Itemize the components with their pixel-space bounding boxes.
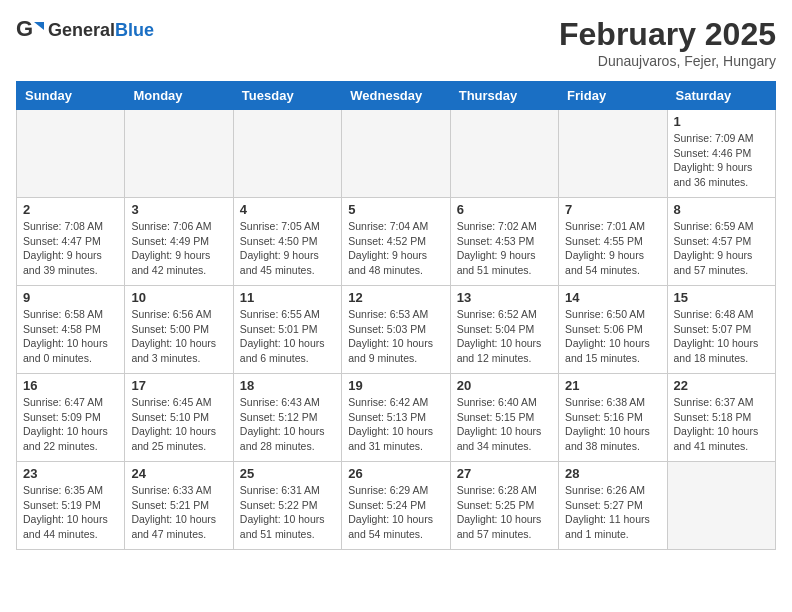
svg-marker-1 <box>34 22 44 30</box>
day-info: Sunrise: 6:37 AM Sunset: 5:18 PM Dayligh… <box>674 395 769 454</box>
day-number: 7 <box>565 202 660 217</box>
day-number: 25 <box>240 466 335 481</box>
calendar-cell: 11Sunrise: 6:55 AM Sunset: 5:01 PM Dayli… <box>233 286 341 374</box>
calendar-cell: 19Sunrise: 6:42 AM Sunset: 5:13 PM Dayli… <box>342 374 450 462</box>
svg-text:G: G <box>16 16 33 41</box>
calendar-cell: 8Sunrise: 6:59 AM Sunset: 4:57 PM Daylig… <box>667 198 775 286</box>
weekday-header-saturday: Saturday <box>667 82 775 110</box>
day-number: 27 <box>457 466 552 481</box>
logo-icon: G <box>16 16 44 44</box>
calendar-cell <box>559 110 667 198</box>
day-number: 19 <box>348 378 443 393</box>
day-number: 18 <box>240 378 335 393</box>
calendar-cell <box>450 110 558 198</box>
day-info: Sunrise: 6:38 AM Sunset: 5:16 PM Dayligh… <box>565 395 660 454</box>
day-info: Sunrise: 6:35 AM Sunset: 5:19 PM Dayligh… <box>23 483 118 542</box>
day-number: 1 <box>674 114 769 129</box>
calendar-cell: 14Sunrise: 6:50 AM Sunset: 5:06 PM Dayli… <box>559 286 667 374</box>
day-info: Sunrise: 7:08 AM Sunset: 4:47 PM Dayligh… <box>23 219 118 278</box>
calendar-cell <box>667 462 775 550</box>
calendar-cell: 13Sunrise: 6:52 AM Sunset: 5:04 PM Dayli… <box>450 286 558 374</box>
calendar-cell: 18Sunrise: 6:43 AM Sunset: 5:12 PM Dayli… <box>233 374 341 462</box>
day-info: Sunrise: 6:48 AM Sunset: 5:07 PM Dayligh… <box>674 307 769 366</box>
calendar-cell: 21Sunrise: 6:38 AM Sunset: 5:16 PM Dayli… <box>559 374 667 462</box>
day-info: Sunrise: 6:50 AM Sunset: 5:06 PM Dayligh… <box>565 307 660 366</box>
calendar-cell: 9Sunrise: 6:58 AM Sunset: 4:58 PM Daylig… <box>17 286 125 374</box>
day-number: 10 <box>131 290 226 305</box>
day-number: 4 <box>240 202 335 217</box>
weekday-header-sunday: Sunday <box>17 82 125 110</box>
weekday-header-friday: Friday <box>559 82 667 110</box>
week-row-4: 23Sunrise: 6:35 AM Sunset: 5:19 PM Dayli… <box>17 462 776 550</box>
weekday-header-monday: Monday <box>125 82 233 110</box>
calendar-cell: 6Sunrise: 7:02 AM Sunset: 4:53 PM Daylig… <box>450 198 558 286</box>
day-number: 21 <box>565 378 660 393</box>
calendar-cell: 7Sunrise: 7:01 AM Sunset: 4:55 PM Daylig… <box>559 198 667 286</box>
day-info: Sunrise: 6:52 AM Sunset: 5:04 PM Dayligh… <box>457 307 552 366</box>
day-info: Sunrise: 6:56 AM Sunset: 5:00 PM Dayligh… <box>131 307 226 366</box>
day-number: 16 <box>23 378 118 393</box>
day-info: Sunrise: 6:53 AM Sunset: 5:03 PM Dayligh… <box>348 307 443 366</box>
calendar-cell: 3Sunrise: 7:06 AM Sunset: 4:49 PM Daylig… <box>125 198 233 286</box>
title-block: February 2025 Dunaujvaros, Fejer, Hungar… <box>559 16 776 69</box>
day-info: Sunrise: 6:55 AM Sunset: 5:01 PM Dayligh… <box>240 307 335 366</box>
weekday-header-wednesday: Wednesday <box>342 82 450 110</box>
day-number: 12 <box>348 290 443 305</box>
day-number: 3 <box>131 202 226 217</box>
calendar-cell: 24Sunrise: 6:33 AM Sunset: 5:21 PM Dayli… <box>125 462 233 550</box>
week-row-1: 2Sunrise: 7:08 AM Sunset: 4:47 PM Daylig… <box>17 198 776 286</box>
logo-blue: Blue <box>115 20 154 40</box>
day-info: Sunrise: 6:29 AM Sunset: 5:24 PM Dayligh… <box>348 483 443 542</box>
day-number: 20 <box>457 378 552 393</box>
weekday-header-thursday: Thursday <box>450 82 558 110</box>
day-number: 14 <box>565 290 660 305</box>
day-info: Sunrise: 6:59 AM Sunset: 4:57 PM Dayligh… <box>674 219 769 278</box>
day-info: Sunrise: 6:43 AM Sunset: 5:12 PM Dayligh… <box>240 395 335 454</box>
calendar-cell: 2Sunrise: 7:08 AM Sunset: 4:47 PM Daylig… <box>17 198 125 286</box>
calendar-cell: 25Sunrise: 6:31 AM Sunset: 5:22 PM Dayli… <box>233 462 341 550</box>
calendar-cell: 26Sunrise: 6:29 AM Sunset: 5:24 PM Dayli… <box>342 462 450 550</box>
day-number: 28 <box>565 466 660 481</box>
week-row-2: 9Sunrise: 6:58 AM Sunset: 4:58 PM Daylig… <box>17 286 776 374</box>
calendar-cell: 5Sunrise: 7:04 AM Sunset: 4:52 PM Daylig… <box>342 198 450 286</box>
day-number: 17 <box>131 378 226 393</box>
day-info: Sunrise: 7:01 AM Sunset: 4:55 PM Dayligh… <box>565 219 660 278</box>
day-number: 26 <box>348 466 443 481</box>
day-number: 9 <box>23 290 118 305</box>
day-info: Sunrise: 7:05 AM Sunset: 4:50 PM Dayligh… <box>240 219 335 278</box>
calendar-cell: 22Sunrise: 6:37 AM Sunset: 5:18 PM Dayli… <box>667 374 775 462</box>
page-header: G GeneralBlue February 2025 Dunaujvaros,… <box>16 16 776 69</box>
day-number: 2 <box>23 202 118 217</box>
day-number: 15 <box>674 290 769 305</box>
calendar-cell: 23Sunrise: 6:35 AM Sunset: 5:19 PM Dayli… <box>17 462 125 550</box>
calendar-cell: 17Sunrise: 6:45 AM Sunset: 5:10 PM Dayli… <box>125 374 233 462</box>
calendar-cell: 15Sunrise: 6:48 AM Sunset: 5:07 PM Dayli… <box>667 286 775 374</box>
day-info: Sunrise: 6:33 AM Sunset: 5:21 PM Dayligh… <box>131 483 226 542</box>
calendar-cell: 28Sunrise: 6:26 AM Sunset: 5:27 PM Dayli… <box>559 462 667 550</box>
day-number: 23 <box>23 466 118 481</box>
week-row-3: 16Sunrise: 6:47 AM Sunset: 5:09 PM Dayli… <box>17 374 776 462</box>
calendar-cell: 12Sunrise: 6:53 AM Sunset: 5:03 PM Dayli… <box>342 286 450 374</box>
calendar-cell: 27Sunrise: 6:28 AM Sunset: 5:25 PM Dayli… <box>450 462 558 550</box>
day-number: 22 <box>674 378 769 393</box>
calendar-cell: 10Sunrise: 6:56 AM Sunset: 5:00 PM Dayli… <box>125 286 233 374</box>
calendar-table: SundayMondayTuesdayWednesdayThursdayFrid… <box>16 81 776 550</box>
day-number: 24 <box>131 466 226 481</box>
calendar-subtitle: Dunaujvaros, Fejer, Hungary <box>559 53 776 69</box>
day-info: Sunrise: 6:58 AM Sunset: 4:58 PM Dayligh… <box>23 307 118 366</box>
calendar-cell: 20Sunrise: 6:40 AM Sunset: 5:15 PM Dayli… <box>450 374 558 462</box>
day-info: Sunrise: 7:09 AM Sunset: 4:46 PM Dayligh… <box>674 131 769 190</box>
calendar-cell <box>125 110 233 198</box>
day-number: 11 <box>240 290 335 305</box>
day-info: Sunrise: 7:06 AM Sunset: 4:49 PM Dayligh… <box>131 219 226 278</box>
calendar-cell <box>17 110 125 198</box>
day-number: 5 <box>348 202 443 217</box>
day-number: 13 <box>457 290 552 305</box>
day-info: Sunrise: 6:28 AM Sunset: 5:25 PM Dayligh… <box>457 483 552 542</box>
day-info: Sunrise: 6:40 AM Sunset: 5:15 PM Dayligh… <box>457 395 552 454</box>
day-number: 6 <box>457 202 552 217</box>
calendar-cell: 1Sunrise: 7:09 AM Sunset: 4:46 PM Daylig… <box>667 110 775 198</box>
day-info: Sunrise: 7:02 AM Sunset: 4:53 PM Dayligh… <box>457 219 552 278</box>
calendar-cell <box>233 110 341 198</box>
logo-general: General <box>48 20 115 40</box>
